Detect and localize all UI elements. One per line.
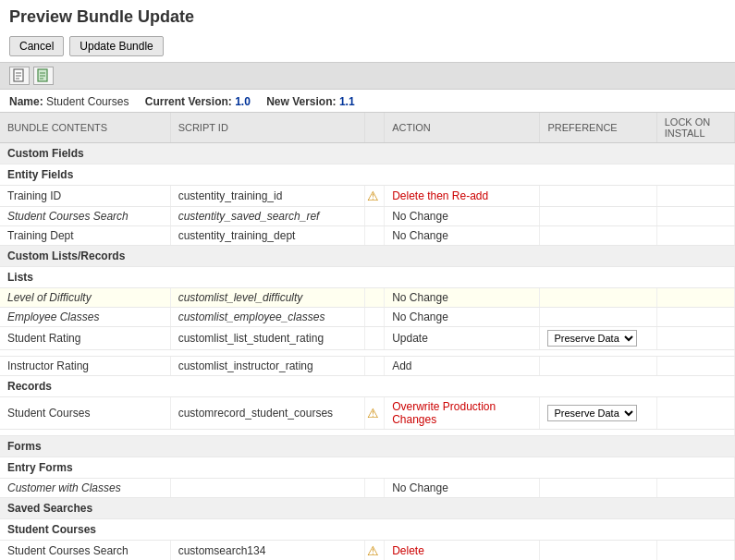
table-row: Student Rating customlist_list_student_r… <box>0 327 735 350</box>
page-title: Preview Bundle Update <box>0 0 735 32</box>
bundle-table: Bundle Contents Script ID Action Prefere… <box>0 113 735 560</box>
section-header: Custom Fields <box>0 143 735 164</box>
table-row: Entry Forms <box>0 457 735 479</box>
update-bundle-button[interactable]: Update Bundle <box>69 36 163 56</box>
table-row: Level of Difficulty customlist_level_dif… <box>0 288 735 308</box>
preference-select[interactable]: Preserve Data <box>547 405 637 421</box>
preference-cell <box>540 541 656 561</box>
warning-icon: ⚠ <box>367 189 379 203</box>
table-row: Saved Searches <box>0 498 735 519</box>
warning-icon-cell: ⚠ <box>365 397 385 430</box>
col-header-lock-on-install: Lock on Install <box>656 113 734 143</box>
script-id-cell: customlist_employee_classes <box>170 308 364 327</box>
bundle-name-cell: Student Rating <box>0 327 170 350</box>
section-header: Forms <box>0 436 735 457</box>
lock-cell <box>656 357 734 376</box>
preference-cell <box>540 479 656 498</box>
preference-select[interactable]: Preserve Data <box>547 330 637 347</box>
current-version-label: Current Version: <box>145 95 232 108</box>
preference-cell <box>540 357 656 376</box>
page-icon-2[interactable] <box>33 67 54 85</box>
section-header: Custom Lists/Records <box>0 246 735 267</box>
icon-bar <box>0 62 735 90</box>
col-header-action: Action <box>385 113 540 143</box>
table-row <box>0 430 735 436</box>
lock-cell <box>656 207 734 226</box>
script-id-cell: custentity_saved_search_ref <box>170 207 364 226</box>
preference-cell[interactable]: Preserve Data <box>540 327 656 350</box>
bundle-name-cell: Training ID <box>0 186 170 207</box>
bundle-name-cell: Employee Classes <box>0 308 170 327</box>
script-id-cell: custentity_training_id <box>170 186 364 207</box>
lock-cell <box>656 397 734 430</box>
lock-cell <box>656 479 734 498</box>
script-id-cell: customlist_level_difficulty <box>170 288 364 308</box>
no-icon-cell <box>365 207 385 226</box>
table-row <box>0 350 735 357</box>
preference-cell <box>540 308 656 327</box>
no-icon-cell <box>365 327 385 350</box>
current-version-value: 1.0 <box>235 95 251 108</box>
action-cell: Overwrite Production Changes <box>385 397 540 430</box>
subsection-header: Student Courses <box>0 519 735 541</box>
action-cell: No Change <box>385 288 540 308</box>
new-version-value: 1.1 <box>339 95 355 108</box>
table-row: Custom Fields <box>0 143 735 164</box>
bundle-name-cell: Level of Difficulty <box>0 288 170 308</box>
no-icon-cell <box>365 308 385 327</box>
action-cell: Update <box>385 327 540 350</box>
preference-cell <box>540 226 656 246</box>
warning-icon: ⚠ <box>367 406 379 420</box>
name-label: Name: <box>9 95 43 108</box>
table-wrapper: Bundle Contents Script ID Action Prefere… <box>0 112 735 560</box>
bundle-name-cell: Instructor Rating <box>0 357 170 376</box>
page-icon-1[interactable] <box>9 67 30 85</box>
col-header-script-id: Script ID <box>170 113 364 143</box>
section-header: Saved Searches <box>0 498 735 519</box>
table-row: Training ID custentity_training_id ⚠ Del… <box>0 186 735 207</box>
action-cell: Delete then Re-add <box>385 186 540 207</box>
warning-icon-cell: ⚠ <box>365 186 385 207</box>
table-row: Lists <box>0 267 735 288</box>
cancel-button[interactable]: Cancel <box>9 36 64 56</box>
script-id-cell: customlist_instructor_rating <box>170 357 364 376</box>
table-row: Student Courses Search custentity_saved_… <box>0 207 735 226</box>
table-row: Records <box>0 376 735 397</box>
action-cell: No Change <box>385 207 540 226</box>
preference-cell <box>540 186 656 207</box>
script-id-cell: customlist_list_student_rating <box>170 327 364 350</box>
new-version-label: New Version: <box>266 95 336 108</box>
table-row: Forms <box>0 436 735 457</box>
no-icon-cell <box>365 479 385 498</box>
warning-icon-cell: ⚠ <box>365 541 385 561</box>
table-row: Entity Fields <box>0 164 735 186</box>
preference-cell <box>540 207 656 226</box>
subsection-header: Entry Forms <box>0 457 735 479</box>
lock-cell <box>656 541 734 561</box>
preference-cell[interactable]: Preserve Data <box>540 397 656 430</box>
preference-cell <box>540 288 656 308</box>
toolbar: Cancel Update Bundle <box>0 32 735 62</box>
action-cell: Delete <box>385 541 540 561</box>
script-id-cell: customrecord_student_courses <box>170 397 364 430</box>
lock-cell <box>656 327 734 350</box>
bundle-name-cell: Customer with Classes <box>0 479 170 498</box>
bundle-name-cell: Student Courses Search <box>0 207 170 226</box>
table-row: Custom Lists/Records <box>0 246 735 267</box>
action-cell: No Change <box>385 226 540 246</box>
lock-cell <box>656 288 734 308</box>
no-icon-cell <box>365 357 385 376</box>
action-cell: No Change <box>385 308 540 327</box>
subsection-header: Entity Fields <box>0 164 735 186</box>
action-cell: No Change <box>385 479 540 498</box>
table-row: Student Courses <box>0 519 735 541</box>
table-row: Training Dept custentity_training_dept N… <box>0 226 735 246</box>
bundle-name-cell: Student Courses <box>0 397 170 430</box>
subsection-header: Records <box>0 376 735 397</box>
warning-icon: ⚠ <box>367 543 379 558</box>
script-id-cell: custentity_training_dept <box>170 226 364 246</box>
no-icon-cell <box>365 226 385 246</box>
lock-cell <box>656 308 734 327</box>
name-value: Student Courses <box>46 95 129 108</box>
col-header-preference: Preference <box>540 113 656 143</box>
